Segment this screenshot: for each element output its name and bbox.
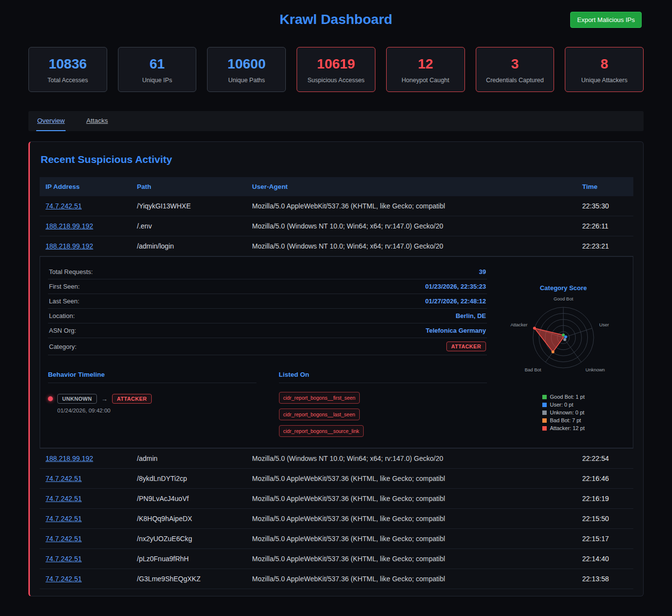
svg-text:Bad Bot: Bad Bot [525, 367, 541, 372]
user-agent-cell: Mozilla/5.0 AppleWebKit/537.36 (KHTML, l… [246, 569, 576, 589]
legend-label: User: 0 pt [550, 402, 574, 408]
legend-swatch-icon [542, 418, 547, 423]
detail-row-container: Total Requests:39First Seen:01/23/2026, … [40, 256, 633, 449]
ip-cell: 188.218.99.192 [40, 216, 131, 236]
user-agent-cell: Mozilla/5.0 AppleWebKit/537.36 (KHTML, l… [246, 509, 576, 529]
svg-text:Good Bot: Good Bot [554, 296, 573, 301]
path-cell: /K8HQq9hAipeDX [131, 509, 246, 529]
suspicious-activity-panel: Recent Suspicious Activity IP AddressPat… [28, 141, 644, 596]
ip-link[interactable]: 188.218.99.192 [46, 222, 93, 230]
stat-label: Unique Attackers [569, 77, 639, 84]
tabs-bar: Overview Attacks [28, 111, 644, 131]
ip-link[interactable]: 74.7.242.51 [46, 515, 82, 523]
stat-value: 61 [122, 56, 192, 72]
detail-field: First Seen:01/23/2026, 22:35:23 [48, 279, 487, 294]
legend-label: Unknown: 0 pt [550, 410, 584, 415]
detail-field: Last Seen:01/27/2026, 22:48:12 [48, 294, 487, 309]
path-cell: /YiqykGI13WHXE [131, 196, 246, 216]
field-label: First Seen: [49, 283, 80, 290]
krawl-dashboard: Krawl Dashboard Export Malicious IPs 108… [0, 0, 672, 603]
ip-link[interactable]: 74.7.242.51 [46, 555, 82, 563]
table-header: IP AddressPathUser-AgentTime [40, 177, 633, 196]
listed-on-section: Listed On cidr_report_bogons__first_seen… [279, 371, 487, 437]
ip-detail-panel: Total Requests:39First Seen:01/23/2026, … [40, 256, 633, 448]
detail-row: Total Requests:39First Seen:01/23/2026, … [40, 256, 633, 449]
listed-on-title: Listed On [279, 371, 487, 383]
stat-label: Unique Paths [211, 77, 281, 84]
time-cell: 22:13:58 [577, 569, 633, 589]
blocklist-badge[interactable]: cidr_report_bogons__last_seen [279, 409, 360, 420]
user-agent-cell: Mozilla/5.0 (Windows NT 10.0; Win64; x64… [246, 449, 576, 469]
time-cell: 22:23:21 [577, 236, 633, 256]
table-row[interactable]: 74.7.242.51/G3Lme9ShEQgXKZMozilla/5.0 Ap… [40, 569, 633, 589]
detail-field: Total Requests:39 [48, 265, 487, 279]
field-value: 01/23/2026, 22:35:23 [425, 283, 486, 290]
from-category-badge: UNKNOWN [57, 394, 97, 404]
legend-label: Good Bot: 1 pt [550, 394, 585, 400]
stat-value: 10600 [211, 56, 281, 72]
category-score-radar-chart: Good BotUserUnknownBad BotAttacker [502, 293, 625, 388]
ip-cell: 74.7.242.51 [40, 549, 131, 569]
field-value: 39 [479, 268, 486, 275]
table-row[interactable]: 74.7.242.51/K8HQq9hAipeDXMozilla/5.0 App… [40, 509, 633, 529]
stat-value: 12 [391, 56, 461, 72]
legend-label: Bad Bot: 7 pt [550, 417, 581, 423]
behavior-timeline-title: Behavior Timeline [48, 371, 256, 383]
table-row[interactable]: 188.218.99.192/admin/loginMozilla/5.0 (W… [40, 236, 633, 256]
time-cell: 22:26:11 [577, 216, 633, 236]
category-score-section: Category Score Good BotUserUnknownBad Bo… [502, 265, 625, 437]
stat-card: 61Unique IPs [118, 47, 197, 92]
table-row[interactable]: 74.7.242.51/YiqykGI13WHXEMozilla/5.0 App… [40, 196, 633, 216]
transition-arrow-icon: → [101, 395, 108, 403]
blocklist-badge[interactable]: cidr_report_bogons__first_seen [279, 392, 360, 404]
ip-link[interactable]: 74.7.242.51 [46, 202, 82, 210]
tab-overview[interactable]: Overview [36, 111, 66, 131]
stat-value: 8 [569, 56, 639, 72]
rows-after-detail: 188.218.99.192/adminMozilla/5.0 (Windows… [40, 449, 633, 589]
path-cell: /admin [131, 449, 246, 469]
table-row[interactable]: 74.7.242.51/PN9LvAcJ4uoVfMozilla/5.0 App… [40, 489, 633, 509]
user-agent-cell: Mozilla/5.0 AppleWebKit/537.36 (KHTML, l… [246, 549, 576, 569]
legend-swatch-icon [542, 411, 547, 415]
rows-before-detail: 74.7.242.51/YiqykGI13WHXEMozilla/5.0 App… [40, 196, 633, 256]
ip-link[interactable]: 188.218.99.192 [46, 455, 93, 462]
time-cell: 22:16:46 [577, 469, 633, 489]
table-row[interactable]: 74.7.242.51/8ykdLnDYTi2cpMozilla/5.0 App… [40, 469, 633, 489]
legend-swatch-icon [542, 395, 547, 399]
user-agent-cell: Mozilla/5.0 (Windows NT 10.0; Win64; x64… [246, 216, 576, 236]
path-cell: /admin/login [131, 236, 246, 256]
ip-cell: 74.7.242.51 [40, 529, 131, 549]
table-row[interactable]: 188.218.99.192/adminMozilla/5.0 (Windows… [40, 449, 633, 469]
svg-text:Attacker: Attacker [510, 322, 528, 327]
field-label: Last Seen: [49, 297, 79, 305]
user-agent-cell: Mozilla/5.0 AppleWebKit/537.36 (KHTML, l… [246, 529, 576, 549]
ip-cell: 188.218.99.192 [40, 236, 131, 256]
behavior-timeline-item: UNKNOWN → ATTACKER [48, 394, 256, 404]
table-row[interactable]: 74.7.242.51/nx2yUOZuE6CkgMozilla/5.0 App… [40, 529, 633, 549]
stats-row: 10836Total Accesses61Unique IPs10600Uniq… [28, 47, 644, 92]
stat-label: Suspicious Accesses [301, 77, 371, 84]
user-agent-cell: Mozilla/5.0 AppleWebKit/537.36 (KHTML, l… [246, 196, 576, 216]
time-cell: 22:15:50 [577, 509, 633, 529]
table-row[interactable]: 188.218.99.192/.envMozilla/5.0 (Windows … [40, 216, 633, 236]
stat-label: Total Accesses [33, 77, 103, 84]
detail-columns: Behavior Timeline UNKNOWN → ATTACKER 01/… [48, 371, 487, 437]
table-row[interactable]: 74.7.242.51/pLz0Fnua9fRhHMozilla/5.0 App… [40, 549, 633, 569]
stat-value: 3 [480, 56, 550, 72]
ip-link[interactable]: 188.218.99.192 [46, 242, 93, 250]
tab-attacks[interactable]: Attacks [85, 111, 109, 131]
ip-link[interactable]: 74.7.242.51 [46, 475, 82, 482]
ip-link[interactable]: 74.7.242.51 [46, 575, 82, 583]
user-agent-cell: Mozilla/5.0 (Windows NT 10.0; Win64; x64… [246, 236, 576, 256]
stat-value: 10836 [33, 56, 103, 72]
ip-link[interactable]: 74.7.242.51 [46, 495, 82, 502]
category-field: Category: ATTACKER [48, 338, 487, 355]
detail-cell: Total Requests:39First Seen:01/23/2026, … [40, 256, 633, 449]
user-agent-cell: Mozilla/5.0 AppleWebKit/537.36 (KHTML, l… [246, 469, 576, 489]
field-label: Total Requests: [49, 268, 93, 275]
blocklist-badge[interactable]: cidr_report_bogons__source_link [279, 425, 364, 437]
ip-link[interactable]: 74.7.242.51 [46, 535, 82, 543]
legend-item: Bad Bot: 7 pt [542, 417, 585, 423]
export-malicious-ips-button[interactable]: Export Malicious IPs [570, 12, 642, 28]
field-value: 01/27/2026, 22:48:12 [425, 297, 486, 305]
